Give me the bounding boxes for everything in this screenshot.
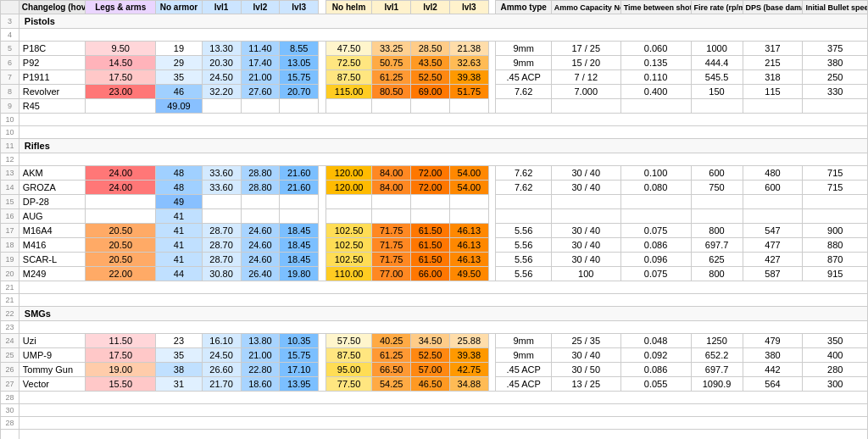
timebetween-value: 0.080 — [620, 181, 691, 195]
noarmor-value: 48 — [156, 181, 203, 195]
timebetween-value: 0.086 — [620, 238, 691, 253]
noarmor-value: 41 — [156, 238, 203, 253]
empty-row: 10 — [1, 126, 868, 139]
timebetween-value — [620, 99, 691, 114]
lv1-value — [202, 195, 241, 209]
main-table: Changelog (hover) Legs & arms No armor l… — [0, 0, 868, 439]
row-num: 18 — [1, 238, 19, 253]
nohelm-value: 102.50 — [326, 238, 372, 253]
nohelm-value — [326, 209, 372, 224]
capacity-value: 7.000 — [551, 85, 620, 99]
bulletspeed-value — [803, 209, 868, 224]
hlv1-value: 84.00 — [372, 166, 411, 181]
timebetween-value: 0.055 — [620, 377, 691, 392]
header-row: Changelog (hover) Legs & arms No armor l… — [1, 1, 868, 14]
noarmor-value: 19 — [156, 42, 203, 56]
row-num: 13 — [1, 166, 19, 181]
hlv1-value: 71.75 — [372, 238, 411, 253]
table-row: 19 SCAR-L 20.50 41 28.70 24.60 18.45 102… — [1, 253, 868, 267]
firerate-value: 1250 — [691, 334, 743, 348]
firerate-header: Fire rate (rp/m) — [691, 1, 743, 14]
nohelm-value — [326, 99, 372, 114]
lv3-value: 19.80 — [280, 267, 319, 281]
lv1-value: 32.20 — [202, 85, 241, 99]
table-row: 5 P18C 9.50 19 13.30 11.40 8.55 47.50 33… — [1, 42, 868, 56]
dps-value — [743, 99, 803, 114]
row-num: 20 — [1, 267, 19, 281]
capacity-value — [551, 195, 620, 209]
lv2-value: 24.60 — [241, 238, 280, 253]
lv1-value: 28.70 — [202, 224, 241, 238]
noarmor-value: 41 — [156, 209, 203, 224]
dps-value: 547 — [743, 224, 803, 238]
legs-value: 9.50 — [86, 42, 156, 56]
nohelm-value: 110.00 — [326, 267, 372, 281]
lv3-value: 18.45 — [280, 253, 319, 267]
timebetween-value: 0.048 — [620, 334, 691, 348]
capacity-value: 13 / 25 — [551, 377, 620, 392]
weapon-name: R45 — [19, 99, 86, 114]
lv3-value — [280, 99, 319, 114]
hlv3-value: 46.13 — [449, 253, 488, 267]
hlv1-value: 84.00 — [372, 181, 411, 195]
ammotype-value: 7.62 — [496, 85, 551, 99]
legs-value: 20.50 — [86, 224, 156, 238]
nohelm-value: 47.50 — [326, 42, 372, 56]
hlv3-value: 42.75 — [449, 363, 488, 377]
table-row: 18 M416 20.50 41 28.70 24.60 18.45 102.5… — [1, 238, 868, 253]
dps-value: 442 — [743, 363, 803, 377]
lv3-value: 13.05 — [280, 56, 319, 70]
capacity-value: 30 / 40 — [551, 181, 620, 195]
lv2-value: 18.60 — [241, 377, 280, 392]
firerate-value — [691, 195, 743, 209]
nohelm-value: 87.50 — [326, 348, 372, 363]
lv2-value: 21.00 — [241, 348, 280, 363]
weapon-name: Vector — [19, 377, 86, 392]
lv1-value: 33.60 — [202, 166, 241, 181]
legs-value: 15.50 — [86, 377, 156, 392]
capacity-value — [551, 209, 620, 224]
weapon-name: AKM — [19, 166, 86, 181]
legs-value: 20.50 — [86, 253, 156, 267]
section-header-row: 3 Pistols — [1, 14, 868, 29]
bulletspeed-value: 870 — [803, 253, 868, 267]
dps-value — [743, 195, 803, 209]
section-name: Rifles — [19, 139, 867, 153]
nohelm-value: 72.50 — [326, 56, 372, 70]
hlv2-value: 34.50 — [411, 334, 450, 348]
row-num: 26 — [1, 363, 19, 377]
lv1-header: lvl1 — [202, 1, 241, 14]
weapon-name: Tommy Gun — [19, 363, 86, 377]
nohelm-value: 102.50 — [326, 253, 372, 267]
empty-row: 21 — [1, 281, 868, 294]
dps-header: DPS (base damage) — [743, 1, 803, 14]
lv3-value: 21.60 — [280, 181, 319, 195]
lv1-value: 13.30 — [202, 42, 241, 56]
ammotype-value: 9mm — [496, 42, 551, 56]
firerate-value: 625 — [691, 253, 743, 267]
hlv2-value: 52.50 — [411, 70, 450, 85]
legs-value: 11.50 — [86, 334, 156, 348]
hlv3-value: 54.00 — [449, 166, 488, 181]
nohelm-value: 57.50 — [326, 334, 372, 348]
lv1-value — [202, 99, 241, 114]
hlv2-value: 72.00 — [411, 166, 450, 181]
row-num: 6 — [1, 56, 19, 70]
hlv2-value — [411, 209, 450, 224]
empty-row: 21 — [1, 294, 868, 307]
row-num: 7 — [1, 70, 19, 85]
firerate-value: 697.7 — [691, 363, 743, 377]
hlv2-value: 57.00 — [411, 363, 450, 377]
timebetween-value: 0.075 — [620, 224, 691, 238]
weapon-name: Uzi — [19, 334, 86, 348]
noarmor-value: 35 — [156, 348, 203, 363]
legs-value: 14.50 — [86, 56, 156, 70]
timebetween-value: 0.135 — [620, 56, 691, 70]
ammotype-value — [496, 195, 551, 209]
capacity-value: 30 / 50 — [551, 363, 620, 377]
legs-value: 24.00 — [86, 166, 156, 181]
dps-value: 600 — [743, 181, 803, 195]
lv2-value: 22.80 — [241, 363, 280, 377]
hlv3-header: lvl3 — [449, 1, 488, 14]
lv2-value: 11.40 — [241, 42, 280, 56]
